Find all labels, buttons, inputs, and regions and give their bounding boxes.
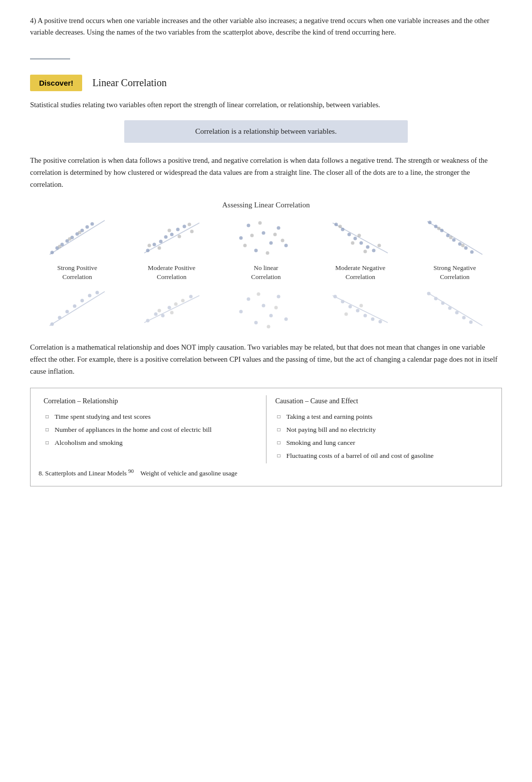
svg-point-20 [182,225,186,228]
svg-point-25 [187,223,191,226]
intro-text: Statistical studies relating two variabl… [30,99,502,111]
svg-point-107 [448,307,451,310]
svg-point-109 [462,316,465,320]
body-text: The positive correlation is when data fo… [30,155,502,191]
svg-point-69 [73,305,77,308]
svg-point-60 [464,246,467,250]
table-col1-item-1: Time spent studying and test scores [46,411,257,423]
svg-line-73 [144,296,199,323]
svg-point-97 [356,309,360,313]
svg-point-88 [277,295,280,299]
scatter-strong-negative: Strong NegativeCorrelation [415,215,495,282]
svg-point-67 [58,316,62,320]
svg-point-92 [274,306,278,310]
discover-button[interactable]: Discover! [30,75,82,91]
svg-point-94 [334,295,337,299]
svg-point-35 [250,234,253,237]
svg-point-1 [51,251,54,254]
svg-point-57 [446,234,449,237]
discover-section: Discover! Linear Correlation Statistical… [30,75,502,486]
svg-point-110 [469,321,472,324]
scatter-label-no-linear: No linearCorrelation [251,264,281,282]
svg-point-50 [358,234,361,237]
svg-point-8 [86,225,89,229]
svg-point-108 [455,311,458,315]
table-col2-list: Taking a test and earning points Not pay… [276,411,489,462]
table-col1-list: Time spent studying and test scores Numb… [44,411,257,449]
svg-point-104 [427,292,430,296]
causation-text: Correlation is a mathematical relationsh… [30,342,502,378]
svg-point-102 [360,304,363,308]
svg-point-79 [181,299,184,303]
table-col1-item-4: Weight of vehicle and gasoline usage [140,469,237,477]
svg-point-36 [258,221,261,225]
svg-point-34 [243,244,246,247]
svg-point-47 [372,249,376,252]
svg-point-90 [256,293,260,296]
table-col2-item-3: Smoking and lung cancer [278,437,489,449]
table-col2-header: Causation – Cause and Effect [276,395,489,407]
svg-point-100 [379,320,382,324]
section-4-text: 4) A positive trend occurs when one vari… [30,15,502,38]
scatter-bottom-plot-3 [231,287,301,332]
table-col2-item-2: Not paying bill and no electricity [278,424,489,436]
svg-point-75 [154,313,157,316]
svg-point-38 [273,233,277,236]
scatter-bottom-4 [320,287,400,332]
svg-point-89 [284,318,288,321]
svg-point-64 [461,244,464,247]
footer-note: 8. Scatterplots and Linear Models 90 Wei… [39,466,493,479]
table-col-causation: Causation – Cause and Effect Taking a te… [271,395,494,463]
footer-text: 8. Scatterplots and Linear Models [39,469,127,477]
svg-point-26 [190,230,193,233]
svg-point-62 [437,227,440,230]
svg-point-17 [164,235,167,239]
scatter-bottom-3 [226,287,306,332]
svg-point-87 [269,314,273,318]
svg-point-78 [174,303,177,306]
svg-point-63 [449,236,452,239]
svg-point-82 [170,311,173,315]
svg-point-18 [170,233,173,236]
svg-line-93 [333,296,388,323]
svg-point-32 [277,226,280,230]
svg-point-22 [157,246,161,250]
svg-point-45 [360,241,363,245]
scatter-bottom-plot-1 [42,287,112,332]
scatter-bottom-1 [37,287,117,332]
svg-point-23 [167,229,171,232]
svg-point-29 [254,249,257,252]
svg-point-33 [284,244,288,247]
svg-point-83 [239,310,242,314]
section-4-body: A positive trend occurs when one variabl… [30,17,489,36]
svg-point-44 [354,237,357,240]
svg-point-59 [458,242,461,246]
table-box: Correlation – Relationship Time spent st… [30,388,502,486]
discover-header: Discover! Linear Correlation [30,75,502,91]
svg-point-101 [345,313,348,316]
svg-point-99 [371,318,375,321]
svg-point-71 [88,294,92,298]
table-col1-item-2: Number of appliances in the home and cos… [46,424,257,436]
divider [30,58,70,60]
section-4: 4) A positive trend occurs when one vari… [30,15,502,38]
svg-point-86 [261,304,265,308]
svg-point-96 [349,305,352,309]
svg-point-24 [177,235,181,238]
svg-point-10 [58,245,62,248]
svg-line-65 [50,292,105,326]
scatter-plot-moderate-positive [137,215,207,260]
table-col1-header: Correlation – Relationship [44,395,257,407]
svg-point-28 [246,224,250,227]
svg-point-43 [348,233,351,236]
svg-point-91 [267,325,270,329]
svg-point-106 [441,302,444,305]
scatter-label-moderate-negative: Moderate NegativeCorrelation [335,264,385,282]
svg-point-77 [167,306,171,310]
svg-point-27 [239,236,242,240]
scatter-plot-no-linear [231,215,301,260]
svg-point-21 [147,244,151,247]
svg-point-30 [261,231,265,235]
scatter-bottom-row [30,287,502,332]
scatter-no-linear: No linearCorrelation [226,215,306,282]
